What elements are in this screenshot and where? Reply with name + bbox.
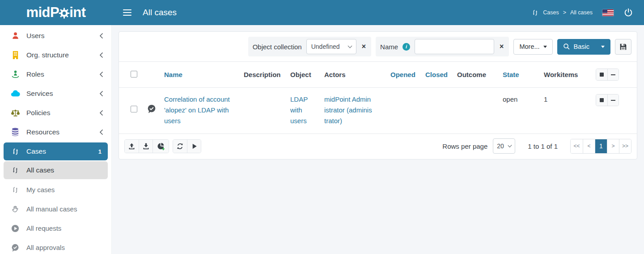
select-all-checkbox[interactable] bbox=[131, 71, 137, 77]
save-search-button[interactable] bbox=[615, 39, 631, 55]
object-collection-value: Undefined bbox=[311, 43, 340, 50]
name-filter-input[interactable] bbox=[415, 39, 494, 54]
logout-button[interactable] bbox=[623, 8, 633, 17]
state-cell: open bbox=[499, 88, 540, 134]
sidebar-item-label: Roles bbox=[26, 70, 44, 78]
breadcrumb-page[interactable]: All cases bbox=[570, 9, 593, 16]
chevron-left-icon bbox=[99, 90, 104, 97]
sidebar-item-services[interactable]: Services bbox=[0, 84, 111, 103]
database-icon bbox=[10, 128, 21, 136]
case-icon bbox=[531, 9, 539, 17]
name-filter-label: Name bbox=[380, 43, 398, 51]
more-filters-button[interactable]: More... bbox=[513, 39, 552, 55]
power-icon bbox=[623, 8, 633, 17]
search-toolbar: Object collection Undefined × Name i × M… bbox=[119, 32, 637, 62]
case-flow-icon bbox=[10, 166, 21, 174]
column-header-workitems: Workitems bbox=[540, 62, 583, 88]
chevron-left-icon bbox=[99, 33, 104, 39]
pagination-next-button[interactable]: > bbox=[607, 139, 619, 153]
name-filter-group: Name i × bbox=[376, 37, 509, 56]
sidebar-item-resources[interactable]: Resources bbox=[0, 122, 111, 142]
street-view-icon bbox=[10, 70, 21, 78]
column-header-opened[interactable]: Opened bbox=[387, 62, 422, 88]
sidebar-toggle-button[interactable] bbox=[121, 5, 133, 20]
search-icon bbox=[563, 43, 570, 50]
description-cell bbox=[240, 88, 287, 134]
column-header-state[interactable]: State bbox=[499, 62, 540, 88]
cases-card: Object collection Undefined × Name i × M… bbox=[119, 31, 637, 159]
refresh-button[interactable] bbox=[173, 140, 187, 153]
check-circle-icon bbox=[10, 244, 21, 252]
object-collection-filter-group: Object collection Undefined × bbox=[248, 37, 371, 56]
workitems-cell: 1 bbox=[540, 88, 583, 134]
object-link[interactable]: LDAP with users bbox=[290, 94, 314, 126]
outcome-cell bbox=[453, 88, 499, 134]
clear-object-collection-button[interactable]: × bbox=[361, 43, 367, 51]
download-icon bbox=[142, 142, 150, 150]
pagination-page-1-button[interactable]: 1 bbox=[595, 139, 607, 153]
column-header-actors: Actors bbox=[321, 62, 387, 88]
sidebar-item-label: Cases bbox=[26, 147, 46, 155]
row-checkbox[interactable] bbox=[131, 106, 137, 112]
row-count-summary: 1 to 1 of 1 bbox=[528, 142, 558, 150]
column-header-name[interactable]: Name bbox=[161, 62, 240, 88]
sidebar-item-my-cases[interactable]: My cases bbox=[0, 180, 111, 199]
run-button[interactable] bbox=[187, 140, 201, 153]
download-button[interactable] bbox=[139, 140, 153, 153]
rows-per-page-value: 20 bbox=[497, 142, 504, 150]
sidebar-item-label: Resources bbox=[26, 128, 59, 136]
sidebar-item-label: All manual cases bbox=[26, 205, 77, 213]
sidebar-item-cases[interactable]: Cases 1 bbox=[4, 142, 108, 160]
chevron-left-icon bbox=[99, 110, 104, 116]
chevron-left-icon bbox=[99, 71, 104, 77]
case-flow-icon bbox=[10, 147, 21, 156]
square-icon bbox=[600, 98, 604, 102]
column-settings-button[interactable] bbox=[596, 69, 607, 80]
sidebar-item-users[interactable]: Users bbox=[0, 26, 111, 45]
case-name-link[interactable]: Correlation of account 'alopez' on LDAP … bbox=[164, 94, 232, 126]
basic-search-button[interactable]: Basic bbox=[557, 39, 610, 55]
user-icon bbox=[10, 31, 21, 40]
sidebar-item-roles[interactable]: Roles bbox=[0, 65, 111, 84]
square-icon bbox=[600, 73, 604, 77]
row-collapse-button[interactable] bbox=[607, 95, 619, 106]
object-collection-select[interactable]: Undefined bbox=[306, 39, 356, 54]
pagination-last-button[interactable]: >> bbox=[619, 139, 631, 153]
sidebar: Users Org. structure bbox=[0, 25, 112, 254]
object-collection-label: Object collection bbox=[253, 43, 302, 51]
create-report-button[interactable] bbox=[153, 140, 169, 153]
sidebar-item-org-structure[interactable]: Org. structure bbox=[0, 45, 111, 65]
search-mode-dropdown-toggle[interactable] bbox=[601, 46, 605, 48]
sidebar-item-policies[interactable]: Policies bbox=[0, 103, 111, 122]
row-settings-button[interactable] bbox=[596, 95, 607, 106]
actors-link[interactable]: midPoint Administrator (administrator) bbox=[324, 94, 372, 126]
cases-table: Name Description Object Actors Opened Cl… bbox=[119, 62, 637, 134]
sidebar-item-all-cases[interactable]: All cases bbox=[4, 161, 108, 179]
clear-name-filter-button[interactable]: × bbox=[499, 43, 504, 51]
column-header-closed[interactable]: Closed bbox=[422, 62, 453, 88]
cloud-icon bbox=[10, 90, 21, 97]
pagination-prev-button[interactable]: < bbox=[583, 139, 595, 153]
app-logo[interactable]: midP int bbox=[26, 4, 85, 21]
sidebar-item-all-manual-cases[interactable]: All manual cases bbox=[0, 199, 111, 219]
breadcrumb-section[interactable]: Cases bbox=[543, 9, 559, 16]
pagination-first-button[interactable]: << bbox=[571, 139, 583, 153]
sidebar-item-label: Org. structure bbox=[26, 51, 69, 59]
collapse-table-button[interactable] bbox=[607, 69, 619, 80]
cases-count-badge: 1 bbox=[98, 148, 102, 155]
table-config-button-group bbox=[596, 69, 619, 81]
approval-case-icon bbox=[147, 104, 156, 113]
minus-icon bbox=[611, 74, 615, 75]
sidebar-item-all-approvals[interactable]: All approvals bbox=[0, 238, 111, 254]
rows-per-page-select[interactable]: 20 bbox=[493, 138, 515, 154]
sidebar-item-all-requests[interactable]: All requests bbox=[0, 219, 111, 238]
icon-column-header bbox=[144, 62, 161, 88]
more-filters-label: More... bbox=[519, 43, 539, 50]
chevron-down-icon bbox=[347, 43, 352, 48]
us-flag-icon[interactable] bbox=[602, 9, 614, 16]
table-header-row: Name Description Object Actors Opened Cl… bbox=[119, 62, 637, 88]
table-footer: Rows per page 20 1 to 1 of 1 << < 1 > >> bbox=[119, 134, 637, 159]
info-icon[interactable]: i bbox=[402, 43, 410, 51]
upload-button[interactable] bbox=[125, 140, 139, 153]
sidebar-item-label: Users bbox=[26, 32, 44, 40]
